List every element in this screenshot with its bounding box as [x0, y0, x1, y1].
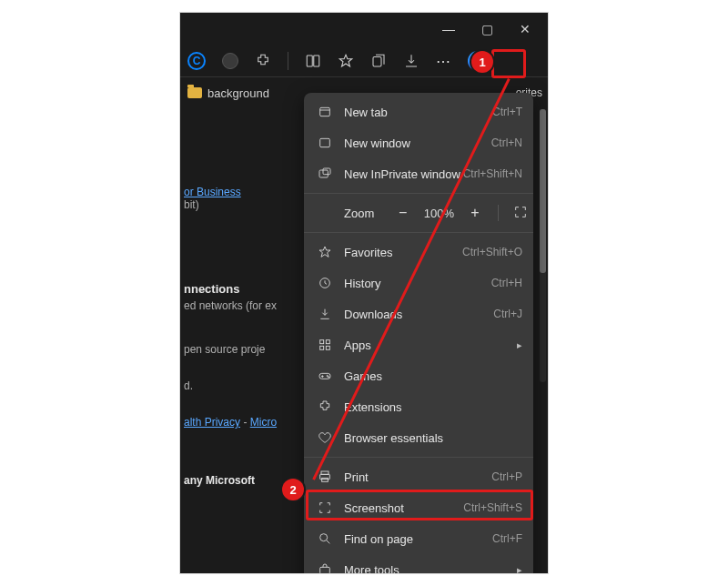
chevron-right-icon: ▸	[517, 339, 522, 351]
svg-rect-2	[373, 57, 381, 67]
search-icon	[315, 531, 335, 546]
toolbox-icon	[315, 562, 335, 574]
fullscreen-icon[interactable]	[513, 205, 528, 222]
menu-item-zoom: Zoom − 100% +	[304, 197, 533, 228]
menu-label: Downloads	[344, 308, 493, 321]
menu-item-new-window[interactable]: New window Ctrl+N	[304, 127, 533, 158]
page-text: -	[243, 416, 249, 429]
menu-label: History	[344, 277, 491, 290]
window-controls: — ▢ ✕	[180, 13, 548, 45]
menu-label: More tools	[344, 563, 511, 575]
page-content: or Business bit) nnections ed networks (…	[180, 109, 288, 573]
profile-badge-icon[interactable]: C	[187, 52, 206, 70]
menu-label: Find on page	[344, 532, 492, 546]
page-text: ed networks (for ex	[184, 299, 277, 312]
menu-item-history[interactable]: History Ctrl+H	[304, 268, 533, 298]
page-link-microsoft[interactable]: Micro	[250, 416, 277, 429]
svg-rect-15	[321, 471, 329, 474]
download-icon	[315, 307, 335, 321]
svg-rect-17	[322, 478, 329, 481]
menu-label: New window	[344, 136, 491, 150]
svg-rect-8	[320, 340, 324, 344]
downloads-icon[interactable]	[403, 53, 420, 69]
svg-rect-19	[320, 567, 330, 573]
svg-point-14	[328, 377, 329, 378]
zoom-in-button[interactable]: +	[467, 205, 483, 221]
vertical-scrollbar[interactable]	[540, 109, 546, 382]
inprivate-icon	[315, 167, 335, 181]
extensions-icon[interactable]	[255, 53, 271, 69]
page-text: pen source proje	[184, 343, 265, 356]
tracking-prevention-icon[interactable]	[222, 53, 238, 69]
menu-separator	[304, 232, 533, 233]
menu-separator	[304, 457, 533, 458]
page-bold-text: any Microsoft	[184, 474, 255, 487]
new-tab-icon	[315, 105, 335, 119]
menu-item-print[interactable]: Print Ctrl+P	[304, 461, 533, 492]
menu-item-games[interactable]: Games	[304, 360, 533, 391]
menu-shortcut: Ctrl+J	[493, 308, 522, 320]
zoom-divider	[498, 205, 499, 221]
menu-shortcut: Ctrl+P	[491, 470, 522, 483]
annotation-box-2	[306, 490, 533, 520]
window-maximize[interactable]: ▢	[480, 22, 493, 36]
svg-rect-4	[320, 138, 330, 146]
menu-item-downloads[interactable]: Downloads Ctrl+J	[304, 298, 533, 329]
split-screen-icon[interactable]	[305, 53, 321, 69]
menu-label: Games	[344, 369, 522, 383]
annotation-badge-2: 2	[282, 479, 304, 500]
apps-icon	[315, 338, 335, 352]
menu-shortcut: Ctrl+N	[491, 136, 522, 149]
page-text: bit)	[184, 198, 199, 211]
zoom-out-button[interactable]: −	[395, 205, 411, 221]
menu-item-more-tools[interactable]: More tools ▸	[304, 554, 533, 574]
star-icon	[315, 245, 335, 259]
annotation-badge-1: 1	[471, 51, 493, 73]
menu-item-apps[interactable]: Apps ▸	[304, 329, 533, 360]
menu-label: New InPrivate window	[344, 167, 463, 181]
folder-icon	[187, 87, 202, 98]
menu-item-inprivate[interactable]: New InPrivate window Ctrl+Shift+N	[304, 158, 533, 189]
svg-rect-1	[314, 56, 319, 66]
favorites-icon[interactable]	[338, 53, 354, 69]
history-icon	[315, 276, 335, 290]
menu-shortcut: Ctrl+Shift+N	[463, 167, 522, 180]
svg-point-13	[327, 375, 328, 376]
window-minimize[interactable]: —	[442, 22, 455, 36]
menu-shortcut: Ctrl+T	[492, 106, 522, 118]
svg-rect-10	[320, 346, 324, 349]
page-heading-connections: nnections	[184, 282, 282, 296]
menu-label: Apps	[344, 338, 511, 352]
window-close[interactable]: ✕	[519, 22, 531, 36]
menu-label: Extensions	[344, 400, 522, 414]
chevron-right-icon: ▸	[517, 564, 522, 575]
svg-rect-3	[320, 107, 330, 116]
menu-label: Browser essentials	[344, 431, 522, 445]
menu-shortcut: Ctrl+H	[491, 277, 522, 289]
page-link-health-privacy[interactable]: alth Privacy	[184, 416, 240, 429]
menu-label: Favorites	[344, 246, 462, 259]
menu-item-find[interactable]: Find on page Ctrl+F	[304, 523, 533, 554]
svg-rect-9	[326, 340, 329, 344]
menu-label: Print	[344, 470, 491, 484]
menu-shortcut: Ctrl+F	[492, 532, 522, 545]
menu-shortcut: Ctrl+Shift+O	[462, 246, 522, 258]
svg-point-18	[320, 534, 328, 541]
page-text: d.	[184, 379, 193, 392]
more-menu-button[interactable]: ⋯	[436, 53, 451, 70]
menu-separator	[304, 193, 533, 194]
annotation-box-1	[491, 49, 526, 78]
svg-rect-0	[307, 56, 312, 66]
menu-label: New tab	[344, 106, 492, 119]
svg-rect-6	[323, 168, 330, 175]
extensions-icon	[315, 399, 335, 414]
games-icon	[315, 369, 335, 383]
menu-item-extensions[interactable]: Extensions	[304, 391, 533, 422]
toolbar-divider	[288, 52, 288, 70]
zoom-label: Zoom	[344, 207, 395, 220]
collections-icon[interactable]	[370, 53, 387, 69]
scrollbar-thumb[interactable]	[540, 109, 546, 273]
page-link-business[interactable]: or Business	[184, 186, 241, 198]
svg-rect-11	[326, 346, 329, 349]
bookmark-folder[interactable]: background	[207, 86, 269, 100]
